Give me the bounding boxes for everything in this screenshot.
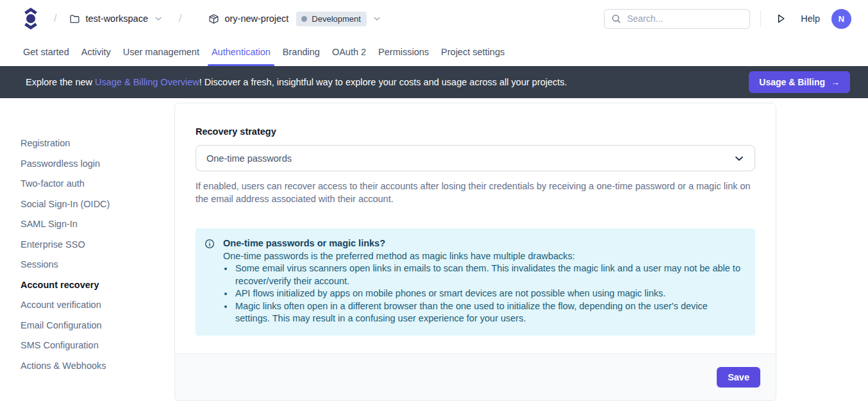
play-icon[interactable] <box>775 13 787 24</box>
arrow-right-icon: → <box>831 77 840 87</box>
callout-bullet: API flows initialized by apps on mobile … <box>234 287 744 300</box>
chevron-down-icon <box>733 152 746 165</box>
workspace-name: test-workspace <box>85 13 148 24</box>
sidebar-item-account-recovery[interactable]: Account recovery <box>21 279 174 291</box>
user-avatar[interactable]: N <box>831 9 851 29</box>
environment-badge: Development <box>296 12 367 26</box>
banner-text-before: Explore the new <box>26 77 95 87</box>
save-button[interactable]: Save <box>717 367 760 388</box>
workspace-breadcrumb[interactable]: test-workspace <box>69 13 163 24</box>
tab-permissions[interactable]: Permissions <box>378 37 429 66</box>
tab-oauth2[interactable]: OAuth 2 <box>332 37 366 66</box>
main-nav-tabs: Get started Activity User management Aut… <box>0 37 868 66</box>
info-callout: One-time passwords or magic links? One-t… <box>196 228 755 336</box>
sidebar-item-sms-configuration[interactable]: SMS Configuration <box>21 339 174 352</box>
sidebar-item-passwordless-login[interactable]: Passwordless login <box>21 158 174 170</box>
environment-dot-icon <box>301 16 307 22</box>
folder-icon <box>69 13 80 24</box>
tab-activity[interactable]: Activity <box>81 37 111 66</box>
usage-billing-button-label: Usage & Billing <box>759 77 825 87</box>
tab-authentication[interactable]: Authentication <box>212 37 271 66</box>
callout-intro: One-time passwords is the preferred meth… <box>223 250 744 263</box>
recovery-form: Recovery strategy One-time passwords If … <box>175 103 776 336</box>
callout-bullet: Magic links often open in a different br… <box>234 300 744 325</box>
recovery-strategy-selected-value: One-time passwords <box>206 153 292 164</box>
breadcrumb-separator: / <box>54 13 56 24</box>
package-icon <box>208 13 219 24</box>
header-divider <box>760 10 761 27</box>
tab-branding[interactable]: Branding <box>283 37 320 66</box>
sidebar-item-account-verification[interactable]: Account verification <box>21 299 174 311</box>
authentication-side-nav: Registration Passwordless login Two-fact… <box>0 98 174 380</box>
project-name: ory-new-project <box>224 13 288 24</box>
banner-usage-billing-link[interactable]: Usage & Billing Overview <box>95 77 199 87</box>
search-icon <box>611 13 621 24</box>
ory-logo-icon[interactable] <box>22 8 40 30</box>
chevron-down-icon <box>372 13 382 24</box>
content-area: Registration Passwordless login Two-fact… <box>0 98 868 401</box>
help-link[interactable]: Help <box>801 13 820 24</box>
recovery-strategy-select[interactable]: One-time passwords <box>196 145 755 171</box>
sidebar-item-email-configuration[interactable]: Email Configuration <box>21 320 174 332</box>
sidebar-item-enterprise-sso[interactable]: Enterprise SSO <box>21 239 174 251</box>
sidebar-item-two-factor-auth[interactable]: Two-factor auth <box>21 178 174 190</box>
search-box[interactable] <box>604 9 750 29</box>
form-footer: Save <box>175 354 776 400</box>
header-actions: Help N <box>604 9 851 29</box>
sidebar-item-registration[interactable]: Registration <box>21 137 174 149</box>
project-breadcrumb[interactable]: ory-new-project Development <box>208 12 382 26</box>
account-recovery-panel: Recovery strategy One-time passwords If … <box>174 103 776 401</box>
banner-text-after: ! Discover a fresh, insightful way to ex… <box>199 77 567 87</box>
tab-get-started[interactable]: Get started <box>23 37 69 66</box>
environment-badge-label: Development <box>312 14 361 24</box>
callout-title: One-time passwords or magic links? <box>223 237 744 250</box>
callout-bullet-list: Some email virus scanners open links in … <box>223 262 744 325</box>
info-icon <box>204 239 215 249</box>
usage-billing-button[interactable]: Usage & Billing → <box>749 71 850 93</box>
tab-user-management[interactable]: User management <box>123 37 199 66</box>
sidebar-item-saml-sign-in[interactable]: SAML Sign-In <box>21 218 174 230</box>
search-input[interactable] <box>627 13 743 24</box>
tab-project-settings[interactable]: Project settings <box>441 37 505 66</box>
callout-bullet: Some email virus scanners open links in … <box>234 262 744 287</box>
callout-content: One-time passwords or magic links? One-t… <box>223 237 744 325</box>
sidebar-item-actions-webhooks[interactable]: Actions & Webhooks <box>21 360 174 372</box>
banner-text: Explore the new Usage & Billing Overview… <box>26 77 567 87</box>
top-bar: / test-workspace / ory-new-project Devel… <box>0 0 868 37</box>
recovery-strategy-description: If enabled, users can recover access to … <box>196 180 755 205</box>
breadcrumb-separator: / <box>179 13 181 24</box>
sidebar-item-social-sign-in[interactable]: Social Sign-In (OIDC) <box>21 198 174 210</box>
sidebar-item-sessions[interactable]: Sessions <box>21 259 174 271</box>
recovery-strategy-label: Recovery strategy <box>196 126 755 137</box>
usage-billing-banner: Explore the new Usage & Billing Overview… <box>0 66 868 98</box>
chevron-down-icon <box>153 13 163 24</box>
